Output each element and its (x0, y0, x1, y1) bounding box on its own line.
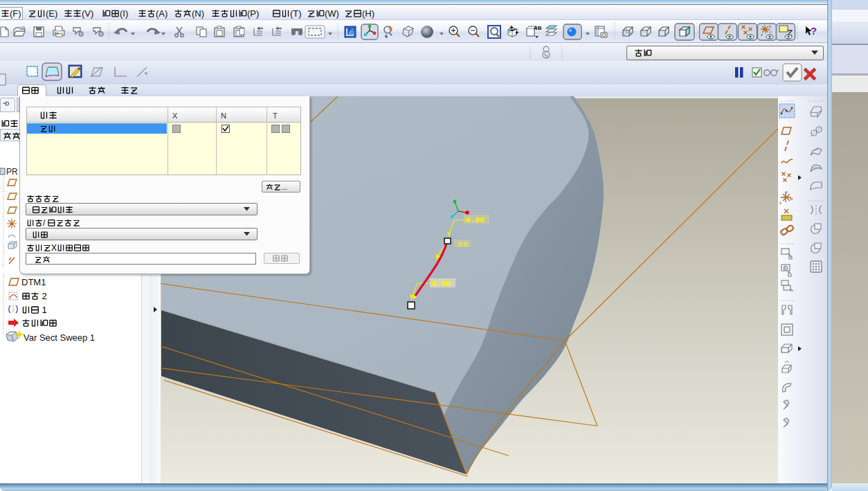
svg-text:0.00: 0.00 (432, 280, 450, 288)
svg-text:(N): (N) (192, 8, 204, 19)
svg-text:z: z (761, 33, 763, 37)
svg-text:PR: PR (6, 167, 18, 177)
svg-text:DTM1: DTM1 (21, 277, 46, 287)
svg-text:1: 1 (39, 305, 47, 315)
svg-text:2: 2 (39, 291, 47, 301)
svg-text:T: T (273, 111, 278, 120)
svg-text:A: A (784, 265, 787, 270)
svg-text:?: ? (811, 25, 817, 37)
svg-text:(F): (F) (10, 8, 21, 19)
svg-text:(T): (T) (290, 8, 302, 19)
svg-text:(P): (P) (247, 8, 259, 19)
svg-text:z: z (779, 201, 781, 205)
svg-text:(I): (I) (120, 8, 128, 19)
svg-text:y: y (786, 190, 788, 194)
svg-text:(E): (E) (46, 8, 57, 19)
svg-text:AB: AB (534, 25, 542, 31)
svg-text:(A): (A) (156, 8, 168, 19)
svg-text:/: / (43, 218, 46, 228)
svg-text:(V): (V) (82, 8, 93, 19)
svg-text:N: N (221, 111, 226, 120)
svg-text:y: y (769, 24, 771, 28)
svg-text:X: X (51, 243, 57, 253)
svg-text:(H): (H) (362, 8, 374, 19)
svg-text:X: X (172, 111, 178, 120)
svg-text:...: ... (281, 183, 287, 191)
svg-text:Var Sect Sweep 1: Var Sect Sweep 1 (24, 332, 95, 343)
svg-text:0.00: 0.00 (466, 216, 484, 224)
svg-text:(W): (W) (325, 8, 339, 19)
